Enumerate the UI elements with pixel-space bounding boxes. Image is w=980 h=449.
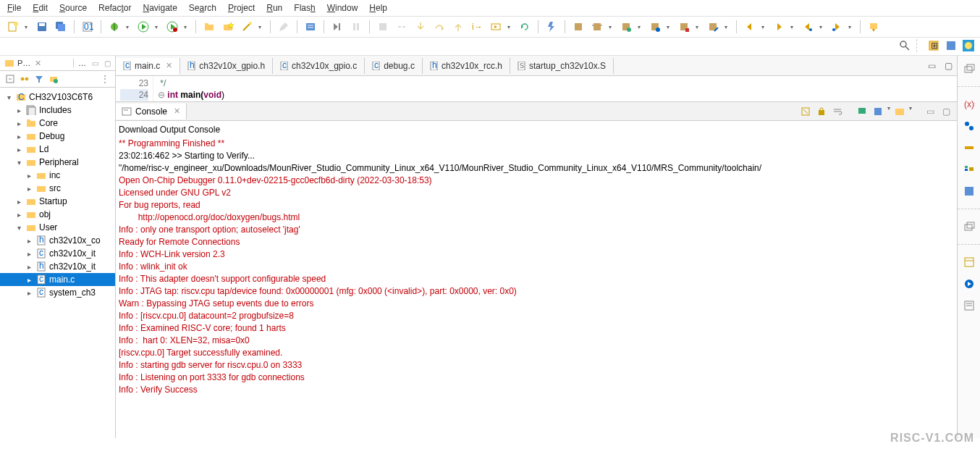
chip4-icon[interactable] xyxy=(648,20,662,34)
code-editor[interactable]: 23 24 */ ⊖ int main(void) xyxy=(116,76,957,102)
link-editor-icon[interactable] xyxy=(19,73,30,85)
tree-obj[interactable]: obj xyxy=(0,208,115,221)
chip6-icon[interactable] xyxy=(706,20,720,34)
tree-core[interactable]: Core xyxy=(0,117,115,130)
coverage-icon[interactable] xyxy=(165,20,179,34)
code-content[interactable]: */ ⊖ int main(void) xyxy=(153,76,229,101)
step-return-icon[interactable] xyxy=(451,20,465,34)
dropdown-icon[interactable]: ▾ xyxy=(667,24,672,30)
nav-right-icon[interactable] xyxy=(829,20,844,34)
tree-user-it2[interactable]: hch32v10x_it xyxy=(0,260,115,273)
wand-icon[interactable] xyxy=(240,20,254,34)
restore2-icon[interactable] xyxy=(962,219,976,234)
variables-icon[interactable]: (x)= xyxy=(962,97,976,112)
tree-peripheral[interactable]: Peripheral xyxy=(0,156,115,169)
dropdown-icon[interactable]: ▾ xyxy=(155,24,161,30)
tab-gpio-h[interactable]: hch32v10x_gpio.h xyxy=(180,58,273,74)
step-over-icon[interactable] xyxy=(432,20,447,34)
run-icon[interactable] xyxy=(136,20,151,34)
pencil-icon[interactable] xyxy=(276,20,291,34)
chip1-icon[interactable] xyxy=(571,20,586,34)
menu-project[interactable]: Project xyxy=(228,3,255,13)
disassembly-icon[interactable] xyxy=(962,277,976,291)
terminate-icon[interactable] xyxy=(376,20,390,34)
restore-icon[interactable] xyxy=(962,62,976,76)
outline-icon[interactable] xyxy=(962,298,976,313)
menu-run[interactable]: Run xyxy=(266,3,282,13)
breakpoints-icon[interactable] xyxy=(962,119,976,133)
project-root[interactable]: CCH32V103C6T6 xyxy=(0,91,115,104)
last-edit-icon[interactable] xyxy=(801,20,815,34)
menu-edit[interactable]: Edit xyxy=(33,3,48,13)
dropdown-icon[interactable]: ▾ xyxy=(184,24,190,30)
menu-help[interactable]: Help xyxy=(369,3,387,13)
flash-icon[interactable] xyxy=(544,20,559,34)
dropdown-icon[interactable]: ▾ xyxy=(790,24,796,30)
save-icon[interactable] xyxy=(35,20,49,34)
clear-console-icon[interactable] xyxy=(799,105,812,118)
suspend-icon[interactable] xyxy=(349,20,363,34)
drop-frame-icon[interactable] xyxy=(489,20,503,34)
memory-icon[interactable] xyxy=(962,255,976,269)
pe-tab-label[interactable]: P… xyxy=(17,59,30,67)
folder-star-icon[interactable] xyxy=(221,20,235,34)
tree-user[interactable]: User xyxy=(0,221,115,234)
instruction-step-icon[interactable]: i→ xyxy=(470,20,484,34)
tree-src[interactable]: src xyxy=(0,182,115,195)
view-menu-icon[interactable]: ⋮ xyxy=(99,73,111,85)
folder-open-icon[interactable] xyxy=(202,20,216,34)
dropdown-icon[interactable]: ▾ xyxy=(696,24,701,30)
tab-gpio-c[interactable]: cch32v10x_gpio.c xyxy=(273,58,365,74)
step-into-icon[interactable] xyxy=(413,20,428,34)
dropdown-icon[interactable]: ▾ xyxy=(819,24,825,30)
dropdown-icon[interactable]: ▾ xyxy=(725,24,730,30)
menu-flash[interactable]: Flash xyxy=(294,3,315,13)
minimize-icon[interactable]: ▭ xyxy=(924,61,940,71)
close-icon[interactable]: ✕ xyxy=(166,61,172,70)
tab-debug-c[interactable]: cdebug.c xyxy=(365,58,423,74)
tree-user-conf[interactable]: hch32v10x_co xyxy=(0,234,115,247)
dropdown-icon[interactable]: ▾ xyxy=(507,24,513,30)
dropdown-icon[interactable]: ▾ xyxy=(609,24,614,30)
dropdown-icon[interactable]: ▾ xyxy=(848,24,854,30)
dropdown-icon[interactable]: ▾ xyxy=(126,24,132,30)
tab-rcc-h[interactable]: hch32v10x_rcc.h xyxy=(423,58,510,74)
skip-icon[interactable] xyxy=(330,20,345,34)
maximize-icon[interactable]: ▢ xyxy=(940,61,957,71)
pe-secondary[interactable]: … xyxy=(73,59,86,67)
maximize-icon[interactable]: ▢ xyxy=(939,105,952,118)
dropdown-icon[interactable]: ▾ xyxy=(638,24,643,30)
word-wrap-icon[interactable] xyxy=(831,105,844,118)
restart-icon[interactable] xyxy=(518,20,532,34)
tree-includes[interactable]: Includes xyxy=(0,104,115,117)
pin-icon[interactable] xyxy=(866,20,881,34)
open-console-icon[interactable] xyxy=(893,105,906,118)
menu-file[interactable]: File xyxy=(7,3,21,13)
perspective-debug-icon[interactable] xyxy=(945,40,957,51)
tree-ld[interactable]: Ld xyxy=(0,143,115,156)
menu-navigate[interactable]: Navigate xyxy=(143,3,177,13)
tree-debug[interactable]: Debug xyxy=(0,130,115,143)
debug-icon[interactable] xyxy=(107,20,122,34)
tree-inc[interactable]: inc xyxy=(0,169,115,182)
modules-icon[interactable] xyxy=(962,184,976,198)
console-output[interactable]: Download Output Console ** Programming F… xyxy=(116,121,957,438)
binary-icon[interactable]: 010 xyxy=(80,20,95,34)
task-icon[interactable] xyxy=(303,20,318,34)
display-selected-icon[interactable] xyxy=(871,105,884,118)
dropdown-icon[interactable]: ▾ xyxy=(25,24,30,30)
tree-user-sys[interactable]: csystem_ch3 xyxy=(0,286,115,299)
tab-main-c[interactable]: cmain.c✕ xyxy=(116,58,180,75)
focus-icon[interactable] xyxy=(48,73,59,85)
perspective-cc-icon[interactable]: ⊞ xyxy=(928,40,939,51)
menu-window[interactable]: Window xyxy=(327,3,358,13)
collapse-all-icon[interactable] xyxy=(4,73,16,85)
menu-source[interactable]: Source xyxy=(59,3,87,13)
tree-startup[interactable]: Startup xyxy=(0,195,115,208)
console-tab[interactable]: Console✕ xyxy=(116,104,187,119)
dropdown-icon[interactable]: ▾ xyxy=(258,24,264,30)
new-icon[interactable] xyxy=(6,20,20,34)
minimize-icon[interactable]: ▭ xyxy=(924,105,937,118)
filter-icon[interactable] xyxy=(33,73,45,85)
chip2-icon[interactable] xyxy=(590,20,604,34)
